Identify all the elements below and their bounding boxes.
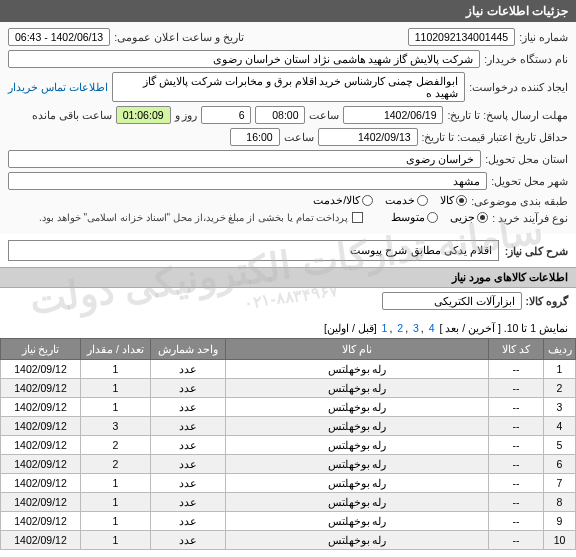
pager-page[interactable]: 3 (413, 322, 419, 334)
table-header: تعداد / مقدار (81, 339, 151, 360)
table-cell: -- (489, 512, 544, 531)
field-announce: 1402/06/13 - 06:43 (8, 28, 110, 46)
field-deadline-hour: 08:00 (255, 106, 305, 124)
lbl-buytype: نوع فرآیند خرید : (492, 212, 568, 224)
radio-label-gs: کالا/خدمت (313, 194, 360, 207)
lbl-remain: ساعت باقی مانده (32, 109, 112, 121)
pager-page[interactable]: 4 (429, 322, 435, 334)
form-area: شماره نیاز: 1102092134001445 تاریخ و ساع… (0, 22, 576, 234)
table-cell: 1 (81, 531, 151, 550)
table-cell: 10 (544, 531, 576, 550)
table-header: ردیف (544, 339, 576, 360)
table-cell: رله بوخهلتس (226, 360, 489, 379)
table-cell: 1 (544, 360, 576, 379)
table-cell: عدد (151, 436, 226, 455)
lbl-city: شهر محل تحویل: (491, 175, 568, 187)
table-cell: 8 (544, 493, 576, 512)
table-cell: 4 (544, 417, 576, 436)
radio-service[interactable]: خدمت (385, 194, 428, 207)
table-cell: 1 (81, 474, 151, 493)
radio-goodsservice[interactable]: کالا/خدمت (313, 194, 373, 207)
radio-partial[interactable]: جزیی (450, 211, 488, 224)
lbl-dayand: روز و (175, 109, 198, 121)
checkbox-paynote[interactable] (352, 212, 363, 223)
table-cell: عدد (151, 360, 226, 379)
table-row[interactable]: 5--رله بوخهلتسعدد21402/09/12 (1, 436, 576, 455)
table-cell: رله بوخهلتس (226, 455, 489, 474)
page-header: جزئیات اطلاعات نیاز (0, 0, 576, 22)
lbl-announce: تاریخ و ساعت اعلان عمومی: (114, 31, 244, 43)
table-cell: عدد (151, 531, 226, 550)
field-requester: ابوالفضل چمنی کارشناس خرید اقلام برق و م… (112, 72, 465, 102)
radio-label-partial: جزیی (450, 211, 475, 224)
table-cell: 2 (81, 436, 151, 455)
table-row[interactable]: 9--رله بوخهلتسعدد11402/09/12 (1, 512, 576, 531)
table-cell: -- (489, 398, 544, 417)
table-cell: 1 (81, 379, 151, 398)
table-cell: -- (489, 360, 544, 379)
pager-suffix: [قبل / اولین] (324, 322, 377, 334)
link-buyercontact[interactable]: اطلاعات تماس خریدار (8, 81, 108, 93)
radio-icon (362, 195, 373, 206)
lbl-group: گروه کالا: (526, 295, 568, 307)
lbl-desc: شرح کلی نیاز: (505, 245, 568, 257)
table-cell: رله بوخهلتس (226, 379, 489, 398)
table-cell: رله بوخهلتس (226, 531, 489, 550)
table-cell: 1402/09/12 (1, 493, 81, 512)
table-cell: عدد (151, 417, 226, 436)
lbl-topic: طبقه بندی موضوعی: (471, 195, 568, 207)
table-cell: رله بوخهلتس (226, 417, 489, 436)
table-cell: عدد (151, 455, 226, 474)
field-reqno: 1102092134001445 (408, 28, 515, 46)
table-row[interactable]: 3--رله بوخهلتسعدد11402/09/12 (1, 398, 576, 417)
table-cell: 1402/09/12 (1, 455, 81, 474)
pager-prefix: نمایش 1 تا 10. [ آخرین / بعد ] (439, 322, 568, 334)
table-cell: -- (489, 474, 544, 493)
table-cell: -- (489, 417, 544, 436)
table-cell: عدد (151, 512, 226, 531)
pager-page[interactable]: 1 (382, 322, 388, 334)
pager-page[interactable]: 2 (397, 322, 403, 334)
table-cell: 1402/09/12 (1, 474, 81, 493)
table-cell: -- (489, 493, 544, 512)
table-row[interactable]: 4--رله بوخهلتسعدد31402/09/12 (1, 417, 576, 436)
desc-row: شرح کلی نیاز: اقلام یدکی مطابق شرح پیوست (0, 234, 576, 267)
table-cell: عدد (151, 474, 226, 493)
table-row[interactable]: 8--رله بوخهلتسعدد11402/09/12 (1, 493, 576, 512)
table-cell: رله بوخهلتس (226, 493, 489, 512)
field-desc: اقلام یدکی مطابق شرح پیوست (8, 240, 499, 261)
section-items-title: اطلاعات کالاهای مورد نیاز (0, 267, 576, 288)
lbl-hour2: ساعت (284, 131, 314, 143)
table-cell: 1402/09/12 (1, 531, 81, 550)
lbl-reqno: شماره نیاز: (519, 31, 568, 43)
table-row[interactable]: 2--رله بوخهلتسعدد11402/09/12 (1, 379, 576, 398)
table-cell: 1402/09/12 (1, 436, 81, 455)
table-row[interactable]: 7--رله بوخهلتسعدد11402/09/12 (1, 474, 576, 493)
radio-icon (417, 195, 428, 206)
table-cell: رله بوخهلتس (226, 474, 489, 493)
lbl-province: استان محل تحویل: (485, 153, 568, 165)
table-cell: رله بوخهلتس (226, 512, 489, 531)
radio-label-medium: متوسط (391, 211, 425, 224)
field-remain: 01:06:09 (116, 106, 171, 124)
table-cell: 1 (81, 512, 151, 531)
lbl-validfrom: حداقل تاریخ اعتبار قیمت: تا تاریخ: (422, 131, 568, 143)
items-table: ردیفکد کالانام کالاواحد شمارشتعداد / مقد… (0, 338, 576, 550)
radio-medium[interactable]: متوسط (391, 211, 438, 224)
table-row[interactable]: 10--رله بوخهلتسعدد11402/09/12 (1, 531, 576, 550)
table-cell: 1402/09/12 (1, 512, 81, 531)
table-cell: 6 (544, 455, 576, 474)
field-days: 6 (201, 106, 251, 124)
field-group: ابزارآلات الکتریکی (382, 292, 522, 310)
table-cell: -- (489, 379, 544, 398)
table-cell: 9 (544, 512, 576, 531)
radio-icon (477, 212, 488, 223)
table-cell: 3 (81, 417, 151, 436)
radio-label-goods: کالا (440, 194, 454, 207)
table-cell: عدد (151, 398, 226, 417)
table-cell: 1 (81, 398, 151, 417)
radio-goods[interactable]: کالا (440, 194, 467, 207)
table-row[interactable]: 1--رله بوخهلتسعدد11402/09/12 (1, 360, 576, 379)
table-row[interactable]: 6--رله بوخهلتسعدد21402/09/12 (1, 455, 576, 474)
table-cell: 5 (544, 436, 576, 455)
